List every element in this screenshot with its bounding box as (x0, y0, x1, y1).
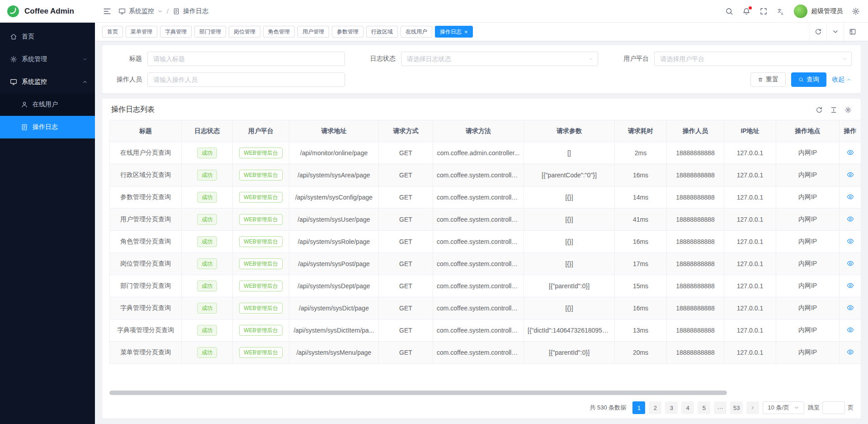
horizontal-scrollbar (109, 391, 854, 395)
page-button[interactable]: 53 (730, 401, 743, 414)
next-page-button[interactable] (746, 401, 759, 414)
platform-badge: WEB管理后台 (239, 170, 282, 181)
column-header: 请求方式 (379, 120, 433, 142)
column-header: 用户平台 (233, 120, 289, 142)
user-menu[interactable]: 超级管理员 (794, 5, 843, 18)
cell-ip: 127.0.0.1 (724, 253, 776, 275)
tab[interactable]: 岗位管理 (229, 26, 260, 38)
tab-options-chevron-icon[interactable] (826, 23, 844, 41)
column-header: 日志状态 (182, 120, 233, 142)
view-detail-eye-icon[interactable] (847, 348, 854, 356)
cell-request-url: /api/system/sysPost/page (289, 253, 379, 275)
cell-params: [{}] (524, 253, 615, 275)
cell-request-method: GET (379, 209, 433, 231)
view-detail-eye-icon[interactable] (847, 171, 854, 178)
jump-page-input[interactable] (822, 401, 845, 414)
page-button[interactable]: 4 (681, 401, 694, 414)
cell-params: [{"parentCode":"0"}] (524, 164, 615, 186)
tab[interactable]: 首页 (102, 26, 123, 38)
notification-badge (749, 6, 752, 10)
cell-location: 内网IP (776, 319, 840, 342)
tab-close-icon[interactable]: × (464, 29, 468, 35)
row-height-icon[interactable] (830, 106, 837, 114)
title-label: 标题 (111, 55, 147, 63)
column-settings-icon[interactable] (844, 106, 852, 114)
scrollbar-thumb[interactable] (109, 391, 727, 395)
tab[interactable]: 菜单管理 (126, 26, 157, 38)
avatar[interactable] (794, 5, 807, 18)
cell-request-method: GET (379, 164, 433, 186)
cell-location: 内网IP (776, 297, 840, 319)
monitor-icon (10, 78, 17, 86)
reset-button[interactable]: 重置 (750, 72, 786, 87)
tab[interactable]: 行政区域 (366, 26, 398, 38)
refresh-icon[interactable] (816, 106, 823, 114)
layout-icon[interactable] (844, 23, 861, 41)
cell-ip: 127.0.0.1 (724, 275, 776, 297)
query-button[interactable]: 查询 (791, 72, 826, 87)
user-platform-label: 用户平台 (618, 55, 654, 63)
page-size-select[interactable]: 10 条/页 (763, 401, 804, 414)
tab[interactable]: 在线用户 (401, 26, 432, 38)
operator-input[interactable] (147, 72, 345, 87)
sidebar-item-online-users[interactable]: 在线用户 (0, 93, 95, 116)
cell-title: 在线用户分页查询 (110, 142, 182, 164)
gear-icon (10, 56, 17, 63)
view-detail-eye-icon[interactable] (847, 282, 854, 289)
cell-handler: com.coffee.system.controlle... (433, 186, 524, 209)
translate-icon[interactable] (777, 7, 785, 15)
user-platform-field: 用户平台 (618, 52, 852, 66)
cell-operator: 18888888888 (667, 164, 724, 186)
view-detail-eye-icon[interactable] (847, 193, 854, 200)
sidebar-item-home[interactable]: 首页 (0, 25, 95, 48)
log-status-select[interactable] (401, 52, 599, 66)
search-icon[interactable] (725, 7, 733, 15)
page-button[interactable]: 3 (665, 401, 678, 414)
sidebar-item-system-mgmt[interactable]: 系统管理 (0, 48, 95, 71)
cell-operator: 18888888888 (667, 186, 724, 209)
sidebar-collapse-icon[interactable] (103, 7, 111, 15)
cell-duration: 20ms (615, 342, 667, 364)
table-row: 角色管理分页查询 成功 WEB管理后台 /api/system/sysRole/… (110, 231, 861, 253)
chevron-down-icon[interactable] (157, 9, 163, 14)
view-detail-eye-icon[interactable] (847, 304, 854, 311)
title-input[interactable] (147, 52, 345, 66)
view-detail-eye-icon[interactable] (847, 260, 854, 267)
settings-gear-icon[interactable] (852, 7, 860, 15)
collapse-filters-link[interactable]: 收起 (832, 76, 852, 84)
sidebar-item-system-monitor[interactable]: 系统监控 (0, 71, 95, 93)
tab-bar: 首页 菜单管理 字典管理 部门管理 (95, 23, 868, 41)
page-button[interactable]: 1 (632, 401, 645, 414)
page-button[interactable]: 5 (698, 401, 710, 414)
view-detail-eye-icon[interactable] (847, 326, 854, 333)
fullscreen-icon[interactable] (760, 7, 768, 15)
view-detail-eye-icon[interactable] (847, 149, 854, 156)
tab[interactable]: 部门管理 (194, 26, 226, 38)
cell-operator: 18888888888 (667, 319, 724, 342)
view-detail-eye-icon[interactable] (847, 238, 854, 245)
user-platform-select[interactable] (654, 52, 852, 66)
cell-params: [{}] (524, 186, 615, 209)
platform-badge: WEB管理后台 (239, 148, 282, 158)
status-badge: 成功 (197, 303, 217, 314)
tab[interactable]: 字典管理 (160, 26, 192, 38)
operation-log-table: 标题 日志状态 用户平台 请求地址 请求方式 请求 (102, 120, 861, 364)
tab[interactable]: 参数管理 (332, 26, 363, 38)
app-logo: Coffee Admin (0, 0, 95, 23)
refresh-tab-icon[interactable] (809, 23, 826, 41)
notification-bell-icon[interactable] (742, 7, 750, 15)
cell-duration: 41ms (615, 209, 667, 231)
view-detail-eye-icon[interactable] (847, 215, 854, 223)
tab[interactable]: 角色管理 (263, 26, 295, 38)
card-title: 操作日志列表 (111, 105, 155, 114)
tab[interactable]: 用户管理 (297, 26, 329, 38)
status-badge: 成功 (197, 325, 217, 336)
page-button[interactable]: ··· (714, 401, 726, 414)
cell-location: 内网IP (776, 253, 840, 275)
tab[interactable]: 操作日志 × (435, 26, 473, 38)
sidebar-item-operation-log[interactable]: 操作日志 (0, 116, 95, 138)
breadcrumb-section[interactable]: 系统监控 (129, 7, 154, 15)
tab-label: 行政区域 (371, 28, 393, 36)
tab-label: 在线用户 (406, 28, 427, 36)
page-button[interactable]: 2 (649, 401, 661, 414)
